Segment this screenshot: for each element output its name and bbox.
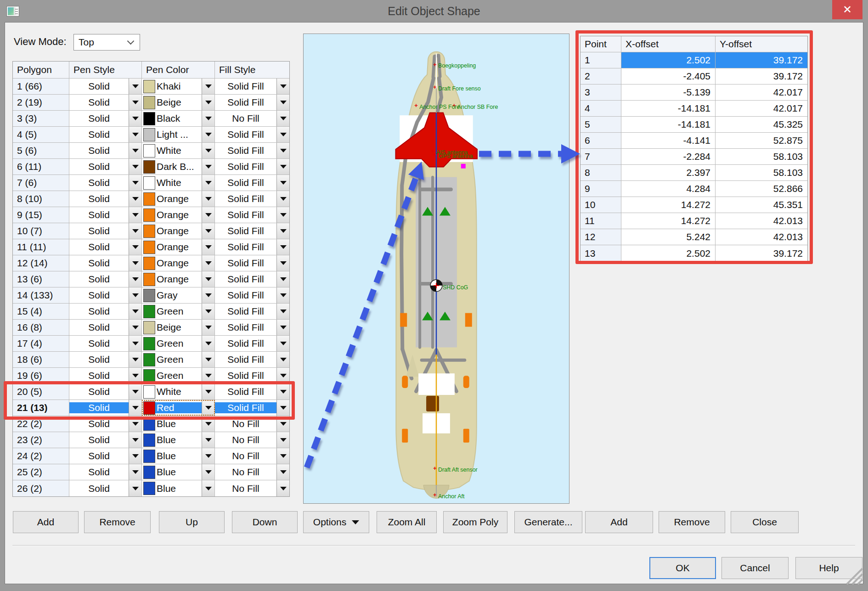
y-offset-cell[interactable]: 58.103	[716, 165, 807, 180]
dropdown-arrow-icon[interactable]	[129, 304, 141, 319]
dropdown-arrow-icon[interactable]	[129, 191, 141, 207]
dropdown-arrow-icon[interactable]	[276, 143, 289, 158]
pen-style-cell[interactable]: Solid	[69, 368, 142, 383]
pen-color-cell[interactable]: Blue	[142, 416, 215, 432]
generate-button[interactable]: Generate...	[514, 511, 582, 533]
x-offset-cell[interactable]: -14.181	[621, 101, 716, 116]
pen-style-cell[interactable]: Solid	[69, 239, 142, 255]
point-number-cell[interactable]: 3	[581, 84, 621, 100]
pen-style-cell[interactable]: Solid	[69, 271, 142, 287]
x-offset-cell[interactable]: -5.139	[621, 84, 716, 100]
zoom-poly-button[interactable]: Zoom Poly	[443, 511, 507, 533]
zoom-all-button[interactable]: Zoom All	[377, 511, 437, 533]
dropdown-arrow-icon[interactable]	[202, 143, 214, 158]
fill-style-cell[interactable]: Solid Fill	[215, 207, 289, 223]
up-button[interactable]: Up	[159, 511, 225, 533]
polygon-id-cell[interactable]: 10 (7)	[13, 223, 69, 239]
fill-style-cell[interactable]: Solid Fill	[215, 271, 289, 287]
pen-color-cell[interactable]: Orange	[142, 223, 215, 239]
fill-style-cell[interactable]: Solid Fill	[215, 400, 289, 416]
pen-color-cell[interactable]: Orange	[142, 239, 215, 255]
fill-style-cell[interactable]: No Fill	[215, 480, 289, 496]
dropdown-arrow-icon[interactable]	[202, 207, 214, 223]
pen-style-cell[interactable]: Solid	[69, 448, 142, 464]
dropdown-arrow-icon[interactable]	[276, 368, 289, 383]
pen-color-cell[interactable]: Blue	[142, 480, 215, 496]
pen-style-cell[interactable]: Solid	[69, 223, 142, 239]
pen-color-cell[interactable]: White	[142, 384, 215, 400]
pen-style-cell[interactable]: Solid	[69, 464, 142, 480]
point-number-cell[interactable]: 13	[581, 245, 621, 261]
x-offset-cell[interactable]: -4.141	[621, 133, 716, 148]
dropdown-arrow-icon[interactable]	[202, 191, 214, 207]
dropdown-arrow-icon[interactable]	[276, 95, 289, 110]
dropdown-arrow-icon[interactable]	[276, 384, 289, 400]
cancel-button[interactable]: Cancel	[721, 557, 789, 579]
pen-style-cell[interactable]: Solid	[69, 127, 142, 142]
dropdown-arrow-icon[interactable]	[202, 416, 214, 432]
dropdown-arrow-icon[interactable]	[129, 223, 141, 239]
polygon-id-cell[interactable]: 7 (6)	[13, 175, 69, 191]
dropdown-arrow-icon[interactable]	[276, 480, 289, 496]
polygon-id-cell[interactable]: 11 (11)	[13, 239, 69, 255]
polygon-id-cell[interactable]: 4 (5)	[13, 127, 69, 142]
polygon-id-cell[interactable]: 24 (2)	[13, 448, 69, 464]
pen-style-cell[interactable]: Solid	[69, 432, 142, 448]
view-mode-select[interactable]: Top	[73, 34, 140, 51]
fill-style-cell[interactable]: Solid Fill	[215, 159, 289, 174]
polygon-id-cell[interactable]: 21 (13)	[13, 400, 69, 416]
dropdown-arrow-icon[interactable]	[129, 255, 141, 271]
dropdown-arrow-icon[interactable]	[276, 287, 289, 303]
pen-color-cell[interactable]: White	[142, 143, 215, 158]
fill-style-cell[interactable]: Solid Fill	[215, 143, 289, 158]
dropdown-arrow-icon[interactable]	[202, 464, 214, 480]
dropdown-arrow-icon[interactable]	[276, 175, 289, 191]
pen-style-cell[interactable]: Solid	[69, 175, 142, 191]
y-offset-cell[interactable]: 45.351	[716, 197, 807, 213]
dropdown-arrow-icon[interactable]	[202, 368, 214, 383]
remove-polygon-button[interactable]: Remove	[84, 511, 151, 533]
dropdown-arrow-icon[interactable]	[202, 287, 214, 303]
pen-style-cell[interactable]: Solid	[69, 79, 142, 94]
polygon-id-cell[interactable]: 23 (2)	[13, 432, 69, 448]
polygon-id-cell[interactable]: 2 (19)	[13, 95, 69, 110]
dropdown-arrow-icon[interactable]	[202, 111, 214, 126]
dropdown-arrow-icon[interactable]	[276, 159, 289, 174]
polygon-id-cell[interactable]: 3 (3)	[13, 111, 69, 126]
pen-color-cell[interactable]: Green	[142, 336, 215, 351]
dropdown-arrow-icon[interactable]	[276, 400, 289, 416]
x-offset-cell[interactable]: 5.242	[621, 229, 716, 245]
dropdown-arrow-icon[interactable]	[276, 255, 289, 271]
dropdown-arrow-icon[interactable]	[129, 127, 141, 142]
dropdown-arrow-icon[interactable]	[202, 352, 214, 367]
polygon-id-cell[interactable]: 22 (2)	[13, 416, 69, 432]
pen-style-cell[interactable]: Solid	[69, 352, 142, 367]
y-offset-cell[interactable]: 42.013	[716, 229, 807, 245]
close-icon[interactable]: ✕	[832, 0, 862, 19]
dropdown-arrow-icon[interactable]	[276, 352, 289, 367]
polygon-id-cell[interactable]: 5 (6)	[13, 143, 69, 158]
y-offset-cell[interactable]: 39.172	[716, 68, 807, 84]
pen-style-cell[interactable]: Solid	[69, 95, 142, 110]
point-number-cell[interactable]: 9	[581, 181, 621, 197]
dropdown-arrow-icon[interactable]	[129, 207, 141, 223]
fill-style-cell[interactable]: No Fill	[215, 464, 289, 480]
fill-style-cell[interactable]: No Fill	[215, 432, 289, 448]
title-bar[interactable]: Edit Object Shape ✕	[0, 0, 868, 22]
fill-style-cell[interactable]: No Fill	[215, 416, 289, 432]
ship-top-view[interactable]: + + + + + + + + Boegkoppeling Draft Fore…	[303, 34, 569, 504]
polygon-id-cell[interactable]: 1 (66)	[13, 79, 69, 94]
dropdown-arrow-icon[interactable]	[202, 304, 214, 319]
y-offset-cell[interactable]: 58.103	[716, 149, 807, 164]
x-offset-cell[interactable]: 4.284	[621, 181, 716, 197]
x-offset-cell[interactable]: 2.502	[621, 52, 716, 68]
pen-style-cell[interactable]: Solid	[69, 143, 142, 158]
x-offset-cell[interactable]: 2.502	[621, 245, 716, 261]
pen-color-cell[interactable]: Light ...	[142, 127, 215, 142]
pen-color-cell[interactable]: Green	[142, 304, 215, 319]
remove-point-button[interactable]: Remove	[659, 511, 725, 533]
point-number-cell[interactable]: 10	[581, 197, 621, 213]
dropdown-arrow-icon[interactable]	[276, 239, 289, 255]
pen-color-cell[interactable]: Red	[142, 400, 215, 416]
x-offset-cell[interactable]: -2.405	[621, 68, 716, 84]
